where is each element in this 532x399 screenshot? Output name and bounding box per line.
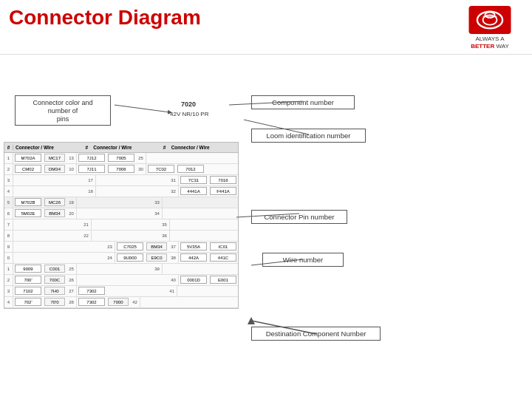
- callout-connector-pin: Connector Pin number: [251, 210, 347, 224]
- callout-component-number: Component number: [251, 95, 355, 109]
- page-title: Connector Diagram: [9, 6, 201, 30]
- toyota-tagline: ALWAYS A BETTER WAY: [471, 35, 509, 51]
- callout-destination: Destination Component Number: [251, 327, 381, 341]
- table-row: 6 5M02E BM34 20 34: [4, 208, 238, 219]
- svg-rect-0: [469, 6, 511, 34]
- page-title-area: Connector Diagram: [9, 6, 201, 30]
- table-row: 7 21 35: [4, 219, 238, 231]
- table-row: 1 9009 C001 25 39: [4, 264, 238, 275]
- main-area: 7020 42V NR/10 PR Connector color and nu…: [0, 55, 532, 399]
- table-row: 9 23 C7025 BM34 37 5V35A IC01: [4, 242, 238, 253]
- svg-line-5: [115, 105, 170, 112]
- page-container: Connector Diagram ALWAYS A BETTER WAY 70…: [0, 0, 532, 399]
- callout-connector-color: Connector color and number of pins: [15, 95, 111, 126]
- table-row: 3 17 31 7C31 7016: [4, 175, 238, 186]
- toyota-logo-icon: [468, 6, 512, 34]
- table-row: 3 7102 7H0 27 7302 41: [4, 286, 238, 297]
- comp-42v-label: 42V NR/10 PR: [170, 111, 208, 117]
- table-row: 4 702' 70'0 28 7302 7000 42: [4, 297, 238, 308]
- callout-wire-number: Wire number: [262, 253, 344, 267]
- component-number-value: 7020: [181, 100, 196, 108]
- header: Connector Diagram ALWAYS A BETTER WAY: [0, 0, 532, 55]
- table-row: 5 M702B MC26 19 33: [4, 197, 238, 208]
- table-row: 4 18 32 4441A F441A: [4, 186, 238, 197]
- table-row: 1 M702A MC17 13 7J12 7005 25: [4, 153, 238, 164]
- wire-table-left: # Connector / Wire # Connector / Wire # …: [4, 142, 239, 309]
- toyota-logo-area: ALWAYS A BETTER WAY: [457, 6, 523, 51]
- table-row: 2 CM02 DM34 10 7J11 7006 30 7C02 7012: [4, 164, 238, 175]
- table-row: 0 24 9U000 E9C0 38 442A 441C: [4, 253, 238, 264]
- table-row: 2 700' 700C 26 40 0001D E001: [4, 275, 238, 286]
- svg-marker-11: [248, 317, 255, 324]
- callout-loom-id: Loom identification number: [251, 129, 366, 143]
- table-row: 8 22 36: [4, 231, 238, 242]
- wiring-table-header: # Connector / Wire # Connector / Wire # …: [4, 143, 238, 153]
